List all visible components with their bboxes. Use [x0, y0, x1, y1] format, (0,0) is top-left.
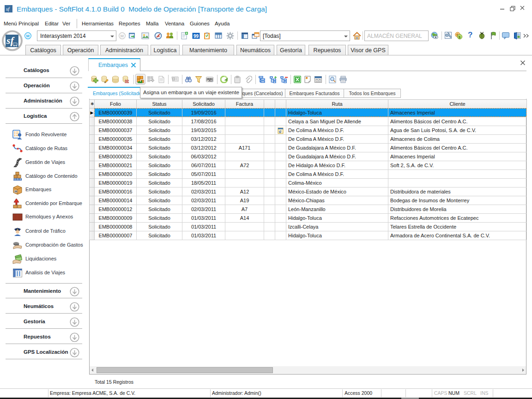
svg-text:M: M: [121, 34, 124, 38]
svg-text:99: 99: [193, 34, 199, 39]
svg-text:sf: sf: [6, 35, 15, 46]
svg-text:INKL: INKL: [208, 80, 213, 82]
svg-text:$: $: [459, 35, 461, 39]
svg-text:TxT: TxT: [316, 79, 320, 82]
svg-text:M: M: [26, 34, 30, 38]
